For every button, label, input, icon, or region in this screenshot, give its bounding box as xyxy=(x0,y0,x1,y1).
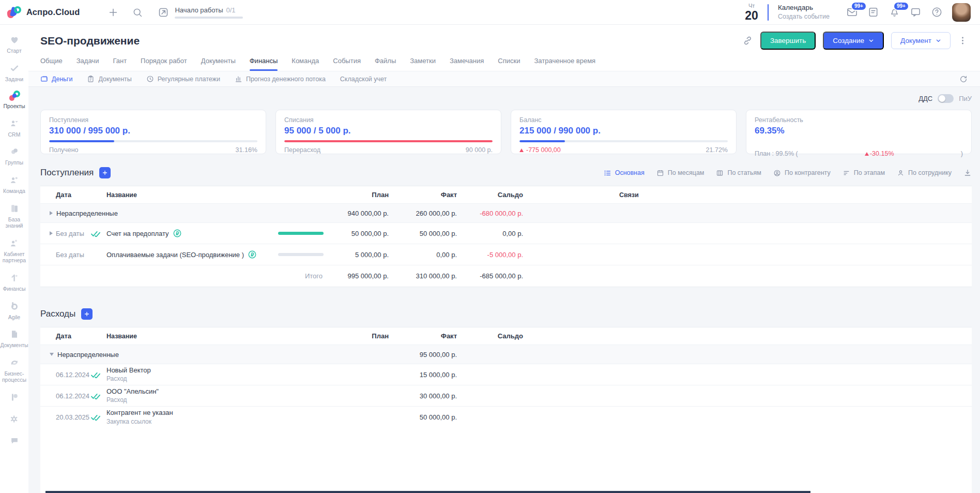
link-icon xyxy=(742,35,753,46)
sidebar-item-partner-cabinet[interactable]: Кабинет партнера xyxy=(0,233,28,268)
finish-button[interactable]: Завершить xyxy=(760,32,816,50)
copy-link-button[interactable] xyxy=(742,35,753,46)
calendar-widget[interactable]: Календарь Создать событие xyxy=(778,3,830,21)
calendar-divider xyxy=(768,4,769,21)
sidebar: Старт Задачи Проекты CRM Группы Команда xyxy=(0,25,28,493)
row-progress-bar xyxy=(278,232,324,235)
main-panel: SEO-продвижение Завершить Создание Докум… xyxy=(28,25,980,493)
brand-logo[interactable]: Аспро.Cloud xyxy=(7,6,80,19)
expenses-group-row[interactable]: Нераспределенные 95 000,00 р. xyxy=(40,345,972,364)
chevron-down-icon xyxy=(936,38,941,43)
sidebar-item-groups[interactable]: Группы xyxy=(0,142,28,170)
income-row-prepayment[interactable]: Без даты Счет на предоплату 50 000,00 р.… xyxy=(40,223,972,244)
view-po-sotrudniku[interactable]: По сотруднику xyxy=(897,169,952,177)
tab-zatrachennoe-vremya[interactable]: Затраченное время xyxy=(534,57,595,71)
search-icon[interactable] xyxy=(132,7,143,18)
tab-komanda[interactable]: Команда xyxy=(292,57,319,71)
tab-spiski[interactable]: Списки xyxy=(498,57,520,71)
page-title: SEO-продвижение xyxy=(40,35,140,47)
view-osnovnaya[interactable]: Основная xyxy=(604,169,645,177)
sidebar-item-business-processes[interactable]: Бизнес-процессы xyxy=(0,353,28,387)
tab-sobytiya[interactable]: События xyxy=(333,57,361,71)
mail-button[interactable]: 99+ xyxy=(846,6,858,18)
user-avatar[interactable] xyxy=(952,3,971,22)
add-expense-button[interactable] xyxy=(81,308,93,320)
list-view-icon xyxy=(604,169,611,177)
invoice-icon[interactable] xyxy=(173,229,181,237)
income-row-paid-tasks[interactable]: Без даты Оплачиваемые задачи (SEO-продви… xyxy=(40,244,972,265)
team-icon xyxy=(9,174,20,186)
tab-finansy[interactable]: Финансы xyxy=(250,57,278,71)
subtab-dengi[interactable]: Деньги xyxy=(40,75,72,83)
sidebar-item-settings[interactable] xyxy=(0,409,28,431)
refresh-button[interactable] xyxy=(959,75,968,83)
sidebar-item-crm[interactable]: CRM xyxy=(0,114,28,142)
project-tabs: Общие Задачи Гант Порядок работ Документ… xyxy=(40,57,968,71)
invoice-icon[interactable] xyxy=(248,250,256,259)
dds-piu-switch[interactable] xyxy=(938,94,954,103)
horizontal-scrollbar[interactable] xyxy=(45,491,810,493)
tab-poryadok-rabot[interactable]: Порядок работ xyxy=(141,57,187,71)
chat-button[interactable] xyxy=(910,6,922,18)
topbar: Аспро.Cloud Начало работы 0/1 Чт 20 xyxy=(0,0,980,25)
onboarding-label: Начало работы xyxy=(175,6,223,14)
sidebar-item-knowledge-base[interactable]: База знаний xyxy=(0,199,28,233)
sidebar-item-finances[interactable]: Финансы xyxy=(0,268,28,296)
sidebar-item-start[interactable]: Старт xyxy=(0,30,28,58)
subtab-regulyarnye-platezhi[interactable]: Регулярные платежи xyxy=(146,75,220,83)
export-button[interactable] xyxy=(963,169,972,177)
tab-zamechaniya[interactable]: Замечания xyxy=(450,57,484,71)
plus-icon xyxy=(84,311,90,317)
global-add-icon[interactable] xyxy=(108,7,119,18)
calendar-title: Календарь xyxy=(778,3,830,12)
income-group-row[interactable]: Нераспределенные 940 000,00 р. 260 000,0… xyxy=(40,204,972,223)
document-button[interactable]: Документ xyxy=(891,32,951,49)
expand-arrow-icon[interactable] xyxy=(50,211,53,215)
expense-row-kontragent-ne-ukazan[interactable]: 20.03.2025 Контрагент не указан Закупка … xyxy=(40,407,972,428)
reports-button[interactable] xyxy=(867,6,879,18)
collapse-arrow-icon[interactable] xyxy=(50,353,54,356)
clock-icon xyxy=(146,75,154,83)
sidebar-item-team[interactable]: Команда xyxy=(0,170,28,199)
view-po-etapam[interactable]: По этапам xyxy=(843,169,885,177)
sidebar-item-tasks[interactable]: Задачи xyxy=(0,58,28,87)
calendar-date[interactable]: Чт 20 xyxy=(745,3,758,22)
add-income-button[interactable] xyxy=(99,167,111,178)
calendar-icon xyxy=(656,169,664,177)
aspro-logo-icon xyxy=(7,6,21,19)
view-po-mesyatsam[interactable]: По месяцам xyxy=(656,169,705,177)
expand-arrow-icon[interactable] xyxy=(50,231,53,235)
view-po-statyam[interactable]: По статьям xyxy=(716,169,761,177)
subtab-prognoz-denezhnogo-potoka[interactable]: Прогноз денежного потока xyxy=(235,75,326,83)
delta-icon xyxy=(865,152,869,156)
tab-fayly[interactable]: Файлы xyxy=(375,57,396,71)
projects-icon xyxy=(9,91,20,101)
expense-row-apelsin[interactable]: 06.12.2024 ООО "Апельсин" Расход 30 000,… xyxy=(40,385,972,407)
help-button[interactable] xyxy=(931,6,943,18)
sidebar-item-portal[interactable] xyxy=(0,387,28,409)
subtab-dokumenty[interactable]: Документы xyxy=(87,75,131,83)
more-actions-button[interactable] xyxy=(958,36,968,46)
sidebar-item-agile[interactable]: Agile xyxy=(0,296,28,325)
columns-icon xyxy=(716,169,724,177)
sidebar-item-documents[interactable]: Документы xyxy=(0,324,28,353)
sidebar-item-support[interactable] xyxy=(0,431,28,453)
portal-icon xyxy=(9,392,20,403)
plus-icon xyxy=(102,170,108,176)
tab-zadachi[interactable]: Задачи xyxy=(76,57,99,71)
subtab-skladskoy-uchet[interactable]: Складской учет xyxy=(340,76,387,83)
tab-dokumenty[interactable]: Документы xyxy=(201,57,236,71)
groups-icon xyxy=(9,146,20,157)
onboarding-progress[interactable]: Начало работы 0/1 xyxy=(157,6,243,19)
view-po-kontragentu[interactable]: По контрагенту xyxy=(773,169,831,177)
sidebar-item-projects[interactable]: Проекты xyxy=(0,86,28,114)
tab-zametki[interactable]: Заметки xyxy=(410,57,436,71)
tab-gant[interactable]: Гант xyxy=(113,57,127,71)
tab-obshchie[interactable]: Общие xyxy=(40,57,63,71)
notifications-button[interactable]: 99+ xyxy=(889,6,900,18)
delta-icon xyxy=(519,148,524,152)
create-button[interactable]: Создание xyxy=(823,32,884,50)
expense-row-novyi-vektor[interactable]: 06.12.2024 Новый Вектор Расход 15 000,00… xyxy=(40,364,972,385)
row-progress-bar xyxy=(278,253,324,256)
app: Аспро.Cloud Начало работы 0/1 Чт 20 xyxy=(0,0,980,493)
